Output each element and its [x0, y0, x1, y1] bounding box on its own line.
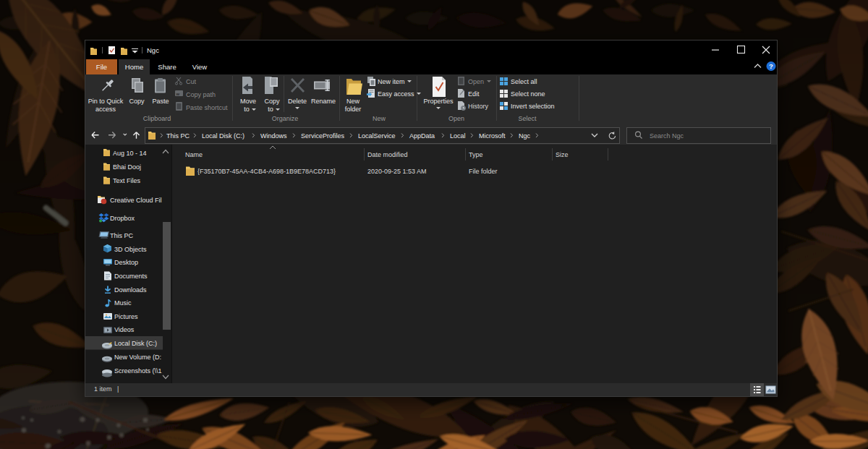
- svg-text:Search Ngc: Search Ngc: [650, 132, 684, 140]
- svg-text:Select: Select: [518, 115, 537, 122]
- svg-text:Copy path: Copy path: [186, 91, 216, 98]
- svg-text:Select all: Select all: [511, 78, 537, 85]
- svg-text:Clipboard: Clipboard: [143, 115, 171, 122]
- svg-text:Music: Music: [114, 299, 132, 307]
- svg-text:LocalService: LocalService: [358, 132, 396, 140]
- svg-text:Creative Cloud Fil: Creative Cloud Fil: [110, 197, 162, 204]
- svg-text:Copy: Copy: [264, 98, 280, 105]
- svg-text:This PC: This PC: [110, 232, 134, 239]
- svg-text:History: History: [468, 103, 489, 110]
- svg-text:Cut: Cut: [186, 78, 197, 85]
- svg-text:Local Disk (C:): Local Disk (C:): [114, 340, 157, 347]
- svg-text:Ngc: Ngc: [147, 46, 159, 54]
- svg-text:Local Disk (C:): Local Disk (C:): [202, 132, 244, 140]
- svg-text:New: New: [373, 115, 386, 122]
- svg-text:Screenshots (\\1: Screenshots (\\1: [114, 367, 162, 375]
- svg-text:Downloads: Downloads: [114, 286, 147, 294]
- svg-text:Delete: Delete: [288, 98, 307, 105]
- svg-text:New Volume (D:: New Volume (D:: [114, 354, 161, 361]
- svg-text:Bhai Dooj: Bhai Dooj: [113, 163, 141, 171]
- svg-text:Paste shortcut: Paste shortcut: [186, 104, 228, 111]
- svg-text:Date modified: Date modified: [367, 151, 408, 158]
- svg-text:Windows: Windows: [260, 132, 287, 140]
- svg-text:Paste: Paste: [152, 98, 169, 105]
- svg-text:folder: folder: [345, 106, 362, 113]
- svg-text:Copy: Copy: [129, 98, 145, 105]
- svg-text:ServiceProfiles: ServiceProfiles: [301, 132, 345, 140]
- svg-text:?: ?: [769, 62, 773, 70]
- svg-text:Open: Open: [448, 115, 464, 122]
- svg-text:to: to: [268, 106, 273, 113]
- svg-text:access: access: [95, 106, 116, 113]
- svg-text:Select none: Select none: [511, 90, 545, 98]
- svg-text:New: New: [346, 98, 360, 105]
- svg-text:New item: New item: [378, 78, 405, 85]
- svg-text:Documents: Documents: [114, 273, 148, 280]
- svg-text:Local: Local: [450, 132, 466, 140]
- svg-text:AppData: AppData: [409, 132, 435, 140]
- svg-text:Pin to Quick: Pin to Quick: [88, 98, 124, 105]
- svg-text:Videos: Videos: [114, 326, 135, 333]
- svg-text:to: to: [244, 106, 250, 113]
- svg-text:Ngc: Ngc: [519, 132, 531, 140]
- svg-text:Type: Type: [469, 151, 483, 158]
- svg-text:Dropbox: Dropbox: [110, 215, 135, 222]
- svg-text:{F35170B7-45AA-4CB4-A698-1B9E7: {F35170B7-45AA-4CB4-A698-1B9E78ACD713}: [197, 168, 336, 175]
- svg-text:Properties: Properties: [423, 98, 454, 105]
- svg-text:Size: Size: [556, 151, 569, 158]
- svg-text:Name: Name: [185, 151, 203, 158]
- svg-text:Organize: Organize: [272, 115, 299, 122]
- svg-text:Invert selection: Invert selection: [511, 103, 555, 110]
- svg-text:Text Files: Text Files: [113, 177, 141, 184]
- svg-text:2020-09-25 1:53 AM: 2020-09-25 1:53 AM: [367, 168, 427, 175]
- svg-text:Aug 10 - 14: Aug 10 - 14: [113, 150, 147, 157]
- svg-text:Open: Open: [468, 78, 484, 85]
- svg-text:This PC: This PC: [166, 132, 190, 140]
- svg-text:3D Objects: 3D Objects: [114, 246, 147, 253]
- svg-text:Microsoft: Microsoft: [479, 132, 506, 140]
- svg-text:Move: Move: [240, 98, 256, 105]
- svg-text:Pictures: Pictures: [114, 313, 138, 320]
- svg-text:w: w: [176, 92, 180, 96]
- svg-text:File folder: File folder: [469, 168, 498, 175]
- svg-text:Rename: Rename: [311, 98, 336, 105]
- svg-text:Desktop: Desktop: [114, 259, 138, 266]
- svg-text:Edit: Edit: [468, 90, 480, 98]
- svg-text:Easy access: Easy access: [378, 90, 414, 98]
